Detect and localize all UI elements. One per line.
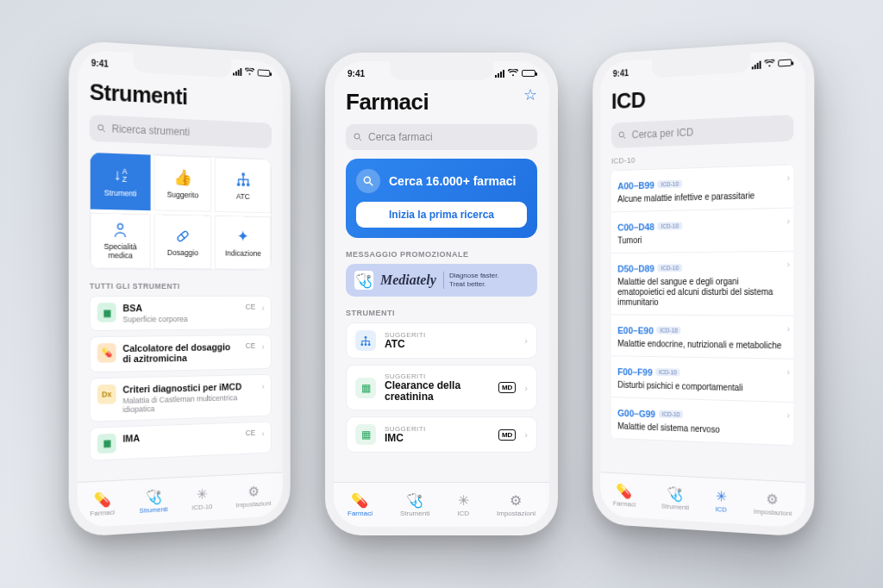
icd-row[interactable]: D50–D89ICD-10Malattie del sangue e degli… (611, 252, 793, 316)
tile-suggerito[interactable]: 👍 Suggerito (153, 155, 211, 212)
svg-point-2 (241, 172, 245, 176)
tile-indicazione[interactable]: ✦ Indicazione (215, 215, 271, 269)
svg-point-4 (241, 183, 245, 186)
tab-bar: 💊Farmaci 🩺Strumenti ✳ICD ⚙Impostazioni (334, 482, 549, 527)
tab-strumenti[interactable]: 🩺Strumenti (400, 492, 429, 517)
svg-line-1 (103, 129, 104, 132)
tab-icd10[interactable]: ✳ICD-10 (191, 485, 212, 511)
wifi-icon (245, 67, 254, 77)
icd-row[interactable]: C00–D48ICD-10Tumori › (611, 209, 793, 254)
asterisk-icon: ✳ (458, 492, 469, 508)
tab-farmaci[interactable]: 💊Farmaci (348, 492, 373, 517)
wifi-icon (764, 59, 774, 69)
icd-row[interactable]: F00–F99ICD-10Disturbi psichici e comport… (611, 356, 793, 403)
tile-strumenti[interactable]: ↓AZ Strumenti (91, 153, 150, 210)
tile-specialita[interactable]: Specialità medica (91, 212, 150, 269)
svg-point-17 (619, 132, 623, 137)
stethoscope-icon: 🩺 (406, 492, 423, 508)
signal-icon (233, 67, 241, 75)
tab-bar: 💊Farmaci 🩺Strumenti ✳ICD ⚙Impostazioni (600, 472, 805, 528)
chevron-right-icon: › (524, 335, 528, 346)
tab-farmaci[interactable]: 💊Farmaci (613, 483, 636, 509)
suggested-creatinina[interactable]: ▦ SUGGERITIClearance della creatinina MD… (346, 365, 537, 410)
suggested-imc[interactable]: ▦ SUGGERITIIMC MD › (346, 416, 537, 453)
tab-impostazioni[interactable]: ⚙Impostazioni (497, 492, 535, 517)
all-tools-label: TUTTI GLI STRUMENTI (90, 282, 272, 291)
page-title: ICD (611, 78, 793, 115)
search-icon (97, 122, 107, 134)
svg-point-3 (236, 183, 240, 186)
signal-icon (752, 60, 761, 69)
svg-line-12 (370, 183, 373, 186)
promo-banner[interactable]: 🩺 Mediately Diagnose faster.Treat better… (346, 264, 537, 297)
tool-row[interactable]: 💊 Calcolatore del dosaggio di azitromici… (90, 335, 272, 373)
stethoscope-icon: 🩺 (667, 485, 683, 502)
svg-point-6 (118, 224, 123, 229)
svg-point-0 (98, 125, 103, 130)
search-input[interactable]: Cerca farmaci (346, 124, 537, 150)
calc-icon: ▦ (355, 424, 376, 445)
pill-icon (175, 226, 190, 245)
svg-point-13 (365, 335, 367, 338)
icd-row[interactable]: G00–G99ICD-10Malattie del sistema nervos… (611, 397, 793, 446)
tab-impostazioni[interactable]: ⚙Impostazioni (235, 483, 271, 510)
icd-row[interactable]: A00–B99ICD-10Alcune malattie infettive e… (611, 164, 793, 212)
asterisk-icon: ✳ (716, 488, 727, 504)
chevron-right-icon: › (787, 323, 791, 334)
hero-start-button[interactable]: Inizia la prima ricerca (356, 202, 527, 228)
svg-point-14 (360, 343, 363, 346)
suggested-atc[interactable]: SUGGERITIATC › (346, 322, 537, 359)
tool-row[interactable]: Dx Criteri diagnostici per iMCDMalattia … (90, 374, 272, 422)
svg-line-8 (181, 234, 185, 239)
battery-icon (258, 69, 271, 77)
calc-icon: ▦ (355, 378, 376, 398)
status-time: 9:41 (348, 69, 365, 78)
promo-brand: Mediately (380, 272, 436, 288)
tool-badge-icon: ▦ (97, 303, 116, 322)
star-icon[interactable]: ☆ (523, 85, 537, 104)
hero-text: Cerca 16.000+ farmaci (389, 174, 517, 188)
signal-icon (495, 70, 504, 78)
icd-row[interactable]: E00–E90ICD-10Malattie endocrine, nutrizi… (611, 315, 793, 359)
category-grid: ↓AZ Strumenti 👍 Suggerito ATC (90, 152, 272, 271)
pill-icon: 💊 (94, 491, 111, 507)
page-title: Farmaci (346, 89, 429, 116)
chevron-right-icon: › (524, 429, 528, 440)
tool-list: ▦ BSASuperficie corporea CE› 💊 Calcolato… (90, 296, 272, 460)
tile-dosaggio[interactable]: Dosaggio (153, 214, 211, 270)
svg-line-10 (360, 139, 362, 141)
chevron-right-icon: › (787, 172, 791, 183)
phone-strumenti: 9:41 Strumenti Ricerca strumenti ↓AZ Str… (69, 40, 291, 537)
tile-atc[interactable]: ATC (215, 157, 271, 212)
tool-row[interactable]: ▦ BSASuperficie corporea CE› (90, 296, 272, 331)
tab-impostazioni[interactable]: ⚙Impostazioni (754, 490, 792, 517)
tab-strumenti[interactable]: 🩺Strumenti (661, 485, 689, 512)
svg-point-11 (364, 177, 370, 183)
tree-icon (235, 170, 251, 189)
tool-badge-icon: 💊 (97, 343, 116, 363)
search-input[interactable]: Ricerca strumenti (90, 115, 272, 148)
tab-icd[interactable]: ✳ICD (457, 492, 469, 517)
tab-farmaci[interactable]: 💊Farmaci (90, 491, 115, 517)
icd-list: A00–B99ICD-10Alcune malattie infettive e… (611, 164, 793, 446)
notch (390, 61, 493, 80)
tool-row[interactable]: ▦ IMA CE› (90, 421, 272, 460)
tab-icd[interactable]: ✳ICD (715, 488, 726, 514)
tab-strumenti[interactable]: 🩺Strumenti (140, 488, 168, 515)
search-icon (356, 169, 380, 193)
wifi-icon (508, 69, 518, 78)
search-icon (353, 132, 363, 142)
promo-image-icon: 🩺 (354, 271, 373, 290)
tree-icon (355, 330, 376, 351)
battery-icon (522, 70, 535, 77)
strumenti-label: STRUMENTI (346, 309, 537, 317)
phone-farmaci: 9:41 Farmaci ☆ Cerca farmaci (325, 53, 558, 535)
battery-icon (778, 59, 792, 66)
chevron-right-icon: › (787, 366, 791, 377)
search-input[interactable]: Cerca per ICD (611, 115, 793, 148)
svg-point-9 (354, 134, 360, 139)
md-badge: MD (498, 429, 516, 441)
chevron-right-icon: › (262, 381, 265, 391)
gear-icon: ⚙ (510, 492, 522, 508)
icd-section-label: ICD-10 (611, 150, 793, 166)
